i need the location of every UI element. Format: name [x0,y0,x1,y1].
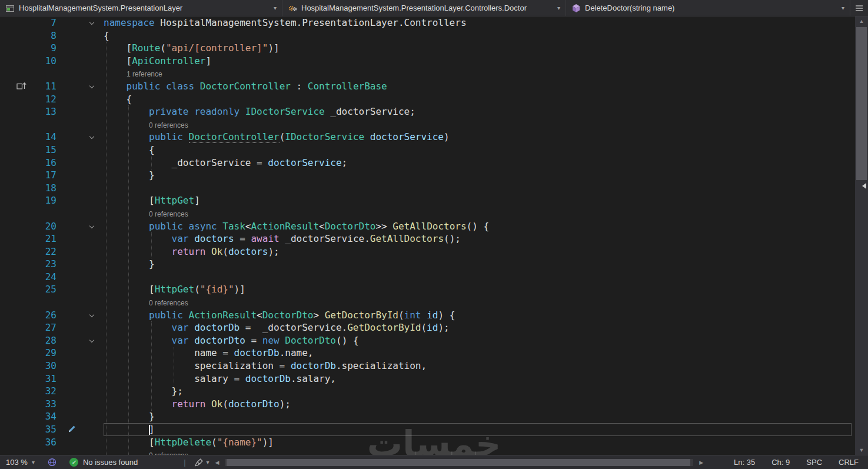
code-text[interactable]: [HttpGet("{id}")] [104,283,855,296]
code-text[interactable]: 0 references [104,118,855,131]
glyph-margin[interactable] [56,144,80,157]
scroll-right-arrow-icon[interactable]: ▶ [699,460,703,465]
code-line[interactable]: 19 [HttpGet] [0,194,855,207]
code-text[interactable]: ] [104,423,855,436]
code-text[interactable]: } [104,169,855,182]
code-text[interactable]: specialization = doctorDb.specialization… [104,360,855,372]
breakpoint-margin[interactable] [0,144,33,157]
code-line[interactable]: 27 var doctorDb = _doctorService.GetDoct… [0,321,855,334]
code-text[interactable]: private readonly IDoctorService _doctorS… [104,105,855,118]
breakpoint-margin[interactable] [0,232,33,245]
breakpoint-margin[interactable] [0,296,33,309]
codelens-link[interactable]: 0 references [149,119,188,132]
breakpoint-margin[interactable] [0,131,33,144]
code-text[interactable] [104,182,855,195]
fold-chevron-icon[interactable] [80,131,104,144]
glyph-margin[interactable] [56,157,80,169]
code-text[interactable]: { [104,93,855,106]
globe-icon[interactable] [48,458,56,467]
glyph-margin[interactable] [56,220,80,233]
breakpoint-margin[interactable] [0,42,33,55]
breakpoint-margin[interactable] [0,283,33,296]
space-indicator[interactable]: SPC [806,458,822,467]
code-line[interactable]: 35 ] [0,423,855,436]
fold-chevron-icon[interactable] [80,220,104,233]
code-line[interactable]: 30 specialization = doctorDb.specializat… [0,360,855,372]
codelens-row[interactable]: 0 references [0,207,855,220]
glyph-margin[interactable] [56,245,80,258]
breakpoint-margin[interactable] [0,29,33,42]
breakpoint-margin[interactable] [0,309,33,322]
code-text[interactable]: 1 reference [104,67,855,80]
breakpoint-margin[interactable] [0,220,33,233]
breakpoint-margin[interactable] [0,334,33,347]
code-text[interactable]: public class DoctorController : Controll… [104,80,855,93]
code-line[interactable]: 17 } [0,169,855,182]
code-line[interactable]: 31 salary = doctorDb.salary, [0,372,855,385]
code-text[interactable]: var doctorDto = new DoctorDto() { [104,334,855,347]
glyph-margin[interactable] [56,410,80,423]
glyph-margin[interactable] [56,271,80,284]
vertical-scrollbar[interactable]: ▲ ▼ [855,16,868,455]
glyph-margin[interactable] [56,423,80,436]
code-text[interactable]: var doctorDb = _doctorService.GetDoctorB… [104,321,855,334]
code-text[interactable]: } [104,258,855,271]
fold-chevron-icon[interactable] [80,80,104,93]
code-line[interactable]: 34 } [0,410,855,423]
code-text[interactable]: return Ok(doctorDto); [104,398,855,411]
glyph-margin[interactable] [56,321,80,334]
breakpoint-margin[interactable] [0,360,33,372]
breakpoint-margin[interactable] [0,157,33,169]
glyph-margin[interactable] [56,105,80,118]
glyph-margin[interactable] [56,80,80,93]
horizontal-scrollbar[interactable] [225,459,693,466]
code-text[interactable]: [HttpGet] [104,194,855,207]
breakpoint-margin[interactable] [0,245,33,258]
code-line[interactable]: 29 name = doctorDb.name, [0,347,855,360]
glyph-margin[interactable] [56,29,80,42]
code-text[interactable]: public ActionResult<DoctorDto> GetDoctor… [104,309,855,322]
glyph-margin[interactable] [56,258,80,271]
fold-chevron-icon[interactable] [80,16,104,29]
breakpoint-margin[interactable] [0,321,33,334]
document-health-indicator[interactable]: ✓ No issues found [69,458,138,467]
code-line[interactable]: 8{ [0,29,855,42]
glyph-margin[interactable] [56,296,80,309]
code-editor[interactable]: 7namespace HospitalManagementSystem.Pres… [0,16,868,455]
breakpoint-margin[interactable] [0,372,33,385]
codelens-row[interactable]: 0 references [0,448,855,455]
glyph-margin[interactable] [56,169,80,182]
glyph-margin[interactable] [56,232,80,245]
glyph-margin[interactable] [56,118,80,131]
breakpoint-margin[interactable] [0,410,33,423]
breakpoint-margin[interactable] [0,16,33,29]
codelens-link[interactable]: 1 reference [127,68,162,81]
breakpoint-margin[interactable] [0,67,33,80]
code-line[interactable]: 16 _doctorService = doctorService; [0,157,855,169]
codelens-link[interactable]: 0 references [149,450,188,455]
code-line[interactable]: 36 [HttpDelete("{name}")] [0,436,855,449]
glyph-margin[interactable] [56,207,80,220]
breakpoint-margin[interactable] [0,105,33,118]
glyph-margin[interactable] [56,93,80,106]
type-dropdown[interactable]: HospitalManagementSystem.PresentationLay… [282,0,566,16]
breakpoint-margin[interactable] [0,80,33,93]
zoom-select[interactable]: 103 % ▾ [0,455,41,469]
code-line[interactable]: 7namespace HospitalManagementSystem.Pres… [0,16,855,29]
vertical-scrollbar-thumb[interactable] [856,27,867,180]
glyph-margin[interactable] [56,67,80,80]
code-text[interactable]: public async Task<ActionResult<DoctorDto… [104,220,855,233]
codelens-row[interactable]: 1 reference [0,67,855,80]
code-line[interactable]: 18 [0,182,855,195]
breakpoint-margin[interactable] [0,448,33,455]
fold-chevron-icon[interactable] [80,309,104,322]
line-indicator[interactable]: Ln: 35 [734,458,755,467]
breakpoint-margin[interactable] [0,194,33,207]
code-text[interactable]: } [104,410,855,423]
glyph-margin[interactable] [56,131,80,144]
code-text[interactable]: 0 references [104,207,855,220]
scroll-left-arrow-icon[interactable]: ◀ [215,460,220,465]
code-line[interactable]: 9 [Route("api/[controller]")] [0,42,855,55]
eol-indicator[interactable]: CRLF [839,458,859,467]
code-text[interactable]: 0 references [104,448,855,455]
